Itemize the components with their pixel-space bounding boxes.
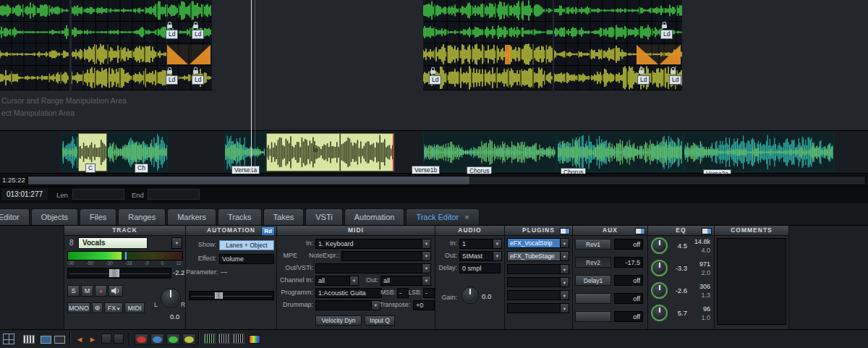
audio-clip[interactable] xyxy=(72,66,166,90)
section-detach-icon[interactable] xyxy=(635,228,645,234)
chevron-down-icon[interactable] xyxy=(422,252,430,260)
position-display[interactable]: 013:01:277 xyxy=(1,189,48,200)
aux-send-name[interactable] xyxy=(575,311,611,322)
audio-in-select[interactable]: 1 xyxy=(459,239,502,249)
aux-send-name[interactable]: Rev1 xyxy=(575,239,611,250)
audio-clip[interactable] xyxy=(684,133,834,171)
phase-button[interactable]: Φ xyxy=(92,302,103,313)
monitor-button[interactable] xyxy=(109,285,123,297)
monitor-icon[interactable] xyxy=(54,336,65,344)
slider-thumb[interactable] xyxy=(214,292,224,300)
scrollbar-thumb[interactable] xyxy=(28,177,470,184)
noteexpr-select[interactable] xyxy=(341,251,431,261)
audio-clip[interactable] xyxy=(72,22,166,43)
arrange-area[interactable]: Ld Ld Ld Ld Ld Ld Ld Ld Cursor and Range… xyxy=(0,0,868,174)
audio-clip[interactable] xyxy=(72,43,166,66)
piano-icon[interactable] xyxy=(23,335,35,344)
red-oval-tool-icon[interactable] xyxy=(135,334,148,345)
audio-clip[interactable] xyxy=(72,0,166,22)
chevron-down-icon[interactable] xyxy=(493,239,501,248)
lsb-field[interactable]: - xyxy=(423,288,435,298)
audio-clip[interactable] xyxy=(423,0,553,22)
chevron-down-icon[interactable] xyxy=(422,276,430,285)
audio-clip[interactable] xyxy=(0,22,69,43)
plugin-slot[interactable]: eFX_VocalStrip xyxy=(507,238,569,248)
audio-clip[interactable] xyxy=(0,66,69,90)
yellow-oval-tool-icon[interactable] xyxy=(182,334,196,345)
chevron-down-icon[interactable] xyxy=(349,276,358,285)
track-name[interactable]: Vocals xyxy=(78,237,148,249)
waveform-zoom-icon[interactable] xyxy=(204,334,216,344)
fade-out-envelope[interactable] xyxy=(637,45,658,64)
tab-track-editor[interactable]: Track Editor× xyxy=(406,208,479,225)
chevron-down-icon[interactable] xyxy=(561,277,569,287)
horizontal-scrollbar[interactable] xyxy=(27,176,866,185)
clip-name-badge[interactable]: Chorus xyxy=(561,168,586,174)
mute-button[interactable]: M xyxy=(81,285,93,297)
audio-clip-group[interactable] xyxy=(423,0,553,90)
audio-clip-group[interactable] xyxy=(0,0,69,90)
chevron-down-icon[interactable] xyxy=(171,237,182,249)
chevron-down-icon[interactable] xyxy=(561,290,569,300)
channel-out-select[interactable]: all xyxy=(380,276,431,286)
clip-name-badge[interactable]: C xyxy=(85,164,95,173)
len-field[interactable] xyxy=(72,189,124,200)
tab-editor[interactable]: Editor xyxy=(0,208,30,225)
midi-button[interactable]: MIDI xyxy=(124,302,145,313)
aux-send-value[interactable]: off xyxy=(614,311,643,322)
blue-oval-tool-icon[interactable] xyxy=(150,334,164,345)
window-layout-icon[interactable] xyxy=(3,334,14,344)
end-field[interactable] xyxy=(148,189,200,200)
eq-band-knob[interactable] xyxy=(651,237,668,254)
audio-clip[interactable] xyxy=(423,22,553,43)
marker-icon[interactable] xyxy=(114,334,124,344)
solo-button[interactable]: S xyxy=(67,285,80,297)
audio-clip[interactable] xyxy=(554,66,682,90)
fx-button[interactable]: FX xyxy=(104,302,123,313)
tab-tracks[interactable]: Tracks xyxy=(218,208,262,225)
locked-object-badge[interactable]: Ld xyxy=(166,70,178,85)
locked-object-badge[interactable]: Ld xyxy=(660,25,673,39)
clip-name-badge[interactable]: Chorus xyxy=(467,166,492,174)
aux-send-value[interactable]: off xyxy=(614,239,643,250)
green-oval-tool-icon[interactable] xyxy=(166,334,180,345)
eq-band-knob[interactable] xyxy=(651,282,668,299)
volume-fader[interactable] xyxy=(67,268,171,279)
skip-left-icon[interactable]: ◄ xyxy=(74,334,85,345)
audio-clip[interactable] xyxy=(557,133,683,171)
locked-object-badge[interactable]: Ld xyxy=(669,70,681,85)
drummap-select[interactable] xyxy=(315,300,380,310)
aux-send-name[interactable] xyxy=(575,293,611,304)
audio-clip[interactable] xyxy=(423,66,553,90)
tab-takes[interactable]: Takes xyxy=(263,208,305,225)
tab-vsti[interactable]: VSTi xyxy=(305,208,342,225)
automation-show-select[interactable]: Lanes + Object xyxy=(219,240,274,250)
delay-field[interactable]: 0 smpl xyxy=(459,263,501,273)
aux-send-name[interactable]: Delay1 xyxy=(575,275,611,286)
audio-clip-group[interactable] xyxy=(72,0,166,90)
automation-slider[interactable] xyxy=(189,291,274,300)
plugin-slot[interactable]: eFX_TubeStage xyxy=(507,251,569,261)
gain-knob[interactable] xyxy=(461,287,479,304)
monitor-icon[interactable] xyxy=(41,336,51,344)
clip-name-badge[interactable]: Ch xyxy=(135,164,148,173)
comments-field[interactable] xyxy=(717,238,786,325)
eq-band-knob[interactable] xyxy=(651,260,668,276)
aux-send-value[interactable]: off xyxy=(614,293,643,304)
tab-files[interactable]: Files xyxy=(80,208,116,225)
plugin-slot[interactable] xyxy=(507,277,569,287)
automation-effect-select[interactable]: Volume xyxy=(219,254,274,264)
clip-name-badge[interactable]: Verse1b xyxy=(412,166,440,174)
aux-send-name[interactable]: Rev2 xyxy=(575,257,611,268)
audio-clip[interactable] xyxy=(167,0,212,22)
audio-clip[interactable] xyxy=(0,0,69,22)
plugin-slot[interactable] xyxy=(507,264,569,274)
programm-select[interactable]: 1:Acoustic Guita xyxy=(315,288,382,298)
midi-in-select[interactable]: 1. Keyboard xyxy=(315,239,431,249)
fade-out-envelope[interactable] xyxy=(167,45,188,64)
input-q-button[interactable]: Input Q xyxy=(365,315,395,326)
close-icon[interactable]: × xyxy=(464,213,469,221)
crossfade-marker[interactable] xyxy=(505,45,511,64)
audio-clip[interactable] xyxy=(554,0,682,22)
chev ron-down-icon[interactable] xyxy=(561,238,569,248)
